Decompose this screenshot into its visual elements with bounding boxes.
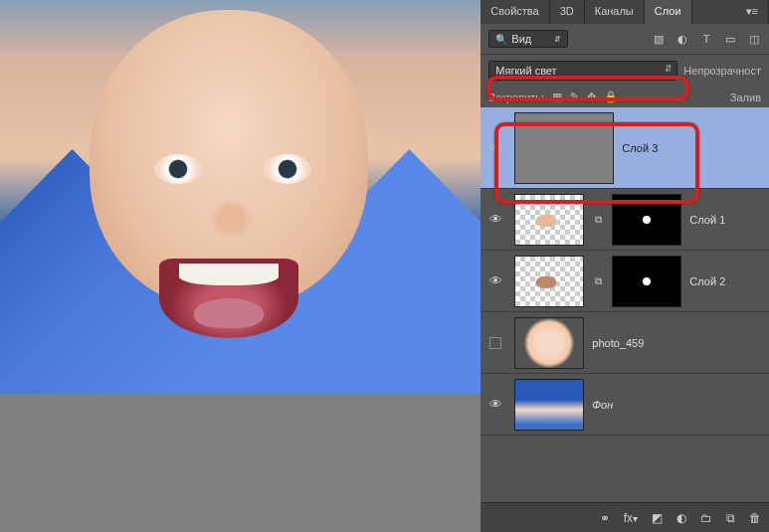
blend-mode-select[interactable]: Мягкий свет [488, 61, 677, 81]
add-mask-icon[interactable]: ◩ [652, 511, 663, 525]
mask-link-icon[interactable]: ⧉ [592, 275, 604, 287]
lock-position-icon[interactable]: ✥ [587, 90, 596, 103]
new-group-icon[interactable]: 🗀 [700, 511, 712, 525]
lock-label: Закрепить: [488, 91, 544, 103]
document-photo [0, 0, 481, 394]
layers-bottom-bar: ⚭ fx▾ ◩ ◐ 🗀 ⧉ 🗑 [481, 502, 769, 532]
visibility-toggle[interactable]: 👁 [484, 273, 506, 288]
lock-all-icon[interactable]: 🔒 [604, 90, 618, 103]
panel-tabs: Свойства 3D Каналы Слои ▾≡ [481, 0, 769, 24]
lock-pixels-icon[interactable]: ✎ [570, 90, 579, 103]
tab-properties[interactable]: Свойства [481, 0, 549, 24]
lock-transparency-icon[interactable]: ▦ [552, 90, 562, 103]
opacity-label: Непрозрачност [683, 65, 761, 77]
layer-thumbnail[interactable] [514, 256, 584, 307]
visibility-toggle[interactable]: 👁 [484, 397, 506, 412]
tab-channels[interactable]: Каналы [585, 0, 645, 24]
fill-label: Залив [730, 91, 761, 103]
layer-thumbnail[interactable] [514, 112, 614, 184]
layer-thumbnail[interactable] [514, 317, 584, 369]
layer-row-sloy1[interactable]: 👁 ⧉ Слой 1 [481, 189, 769, 251]
chevron-updown-icon: ⇵ [554, 35, 561, 44]
layer-name[interactable]: Слой 1 [689, 214, 725, 226]
visibility-toggle[interactable]: 👁 [484, 140, 506, 155]
layer-row-sloy3[interactable]: 👁 Слой 3 [481, 107, 769, 189]
layer-name[interactable]: photo_459 [592, 337, 644, 349]
filter-pixel-icon[interactable]: ▧ [652, 33, 666, 46]
layer-thumbnail[interactable] [514, 194, 584, 246]
layer-name[interactable]: Фон [592, 399, 613, 411]
layer-row-sloy2[interactable]: 👁 ⧉ Слой 2 [481, 251, 769, 312]
layer-style-icon[interactable]: fx▾ [624, 511, 638, 525]
lock-row: Закрепить: ▦ ✎ ✥ 🔒 Залив [481, 87, 769, 107]
blend-mode-row: Мягкий свет Непрозрачност [481, 55, 769, 87]
visibility-toggle[interactable]: 👁 [484, 212, 506, 227]
layer-row-photo459[interactable]: photo_459 [481, 312, 769, 374]
search-icon: 🔍 [495, 34, 507, 45]
layers-list: 👁 Слой 3 👁 ⧉ Слой 1 👁 ⧉ Слой 2 photo_459… [481, 107, 769, 502]
filter-adjust-icon[interactable]: ◐ [675, 33, 689, 46]
layer-filter-bar: 🔍 Вид ⇵ ▧ ◐ T ▭ ◫ [481, 24, 769, 55]
link-layers-icon[interactable]: ⚭ [600, 511, 610, 525]
layer-name[interactable]: Слой 3 [622, 142, 658, 154]
new-fill-adjust-icon[interactable]: ◐ [676, 511, 686, 525]
layer-thumbnail[interactable] [514, 379, 584, 431]
mask-link-icon[interactable]: ⧉ [592, 214, 604, 226]
visibility-toggle[interactable] [484, 337, 506, 349]
filter-smart-icon[interactable]: ◫ [747, 33, 761, 46]
filter-kind-label: Вид [511, 33, 531, 45]
tab-3d[interactable]: 3D [550, 0, 585, 24]
filter-kind-select[interactable]: 🔍 Вид ⇵ [488, 30, 568, 48]
new-layer-icon[interactable]: ⧉ [726, 511, 735, 525]
delete-layer-icon[interactable]: 🗑 [749, 511, 761, 525]
canvas-area[interactable] [0, 0, 481, 532]
tab-layers[interactable]: Слои [645, 0, 692, 24]
filter-shape-icon[interactable]: ▭ [723, 33, 737, 46]
panel-menu-icon[interactable]: ▾≡ [736, 0, 769, 24]
layers-panel: Свойства 3D Каналы Слои ▾≡ 🔍 Вид ⇵ ▧ ◐ T… [481, 0, 769, 532]
mask-thumbnail[interactable] [612, 256, 681, 307]
layer-row-background[interactable]: 👁 Фон [481, 374, 769, 436]
layer-name[interactable]: Слой 2 [689, 275, 725, 287]
mask-thumbnail[interactable] [612, 194, 681, 246]
filter-type-icon[interactable]: T [699, 33, 713, 46]
